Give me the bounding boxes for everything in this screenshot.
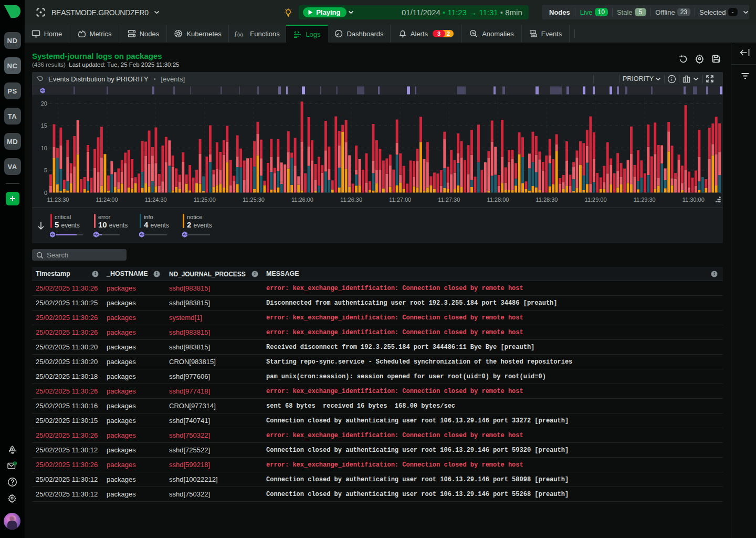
svg-text:11:28:30: 11:28:30 — [536, 196, 558, 203]
svg-text:11:26:00: 11:26:00 — [291, 196, 313, 203]
svg-text:(x): (x) — [237, 32, 243, 37]
svg-text:11:25:00: 11:25:00 — [194, 196, 216, 203]
svg-text:0: 0 — [44, 190, 47, 196]
svg-text:5: 5 — [44, 167, 47, 173]
svg-text:11:24:30: 11:24:30 — [145, 196, 167, 203]
svg-text:11:29:30: 11:29:30 — [634, 196, 656, 203]
svg-text:15: 15 — [41, 122, 47, 129]
svg-text:11:27:30: 11:27:30 — [438, 196, 460, 203]
svg-text:20: 20 — [41, 100, 47, 107]
svg-text:11:30:00: 11:30:00 — [682, 196, 705, 203]
svg-text:11:28:00: 11:28:00 — [487, 196, 509, 203]
svg-text:11:24:00: 11:24:00 — [96, 196, 118, 203]
svg-text:11:27:00: 11:27:00 — [389, 196, 411, 203]
svg-text:11:26:30: 11:26:30 — [340, 196, 362, 203]
svg-text:11:23:30: 11:23:30 — [47, 196, 69, 203]
svg-text:11:25:30: 11:25:30 — [243, 196, 265, 203]
svg-text:10: 10 — [41, 145, 47, 151]
svg-text:11:29:00: 11:29:00 — [585, 196, 607, 203]
